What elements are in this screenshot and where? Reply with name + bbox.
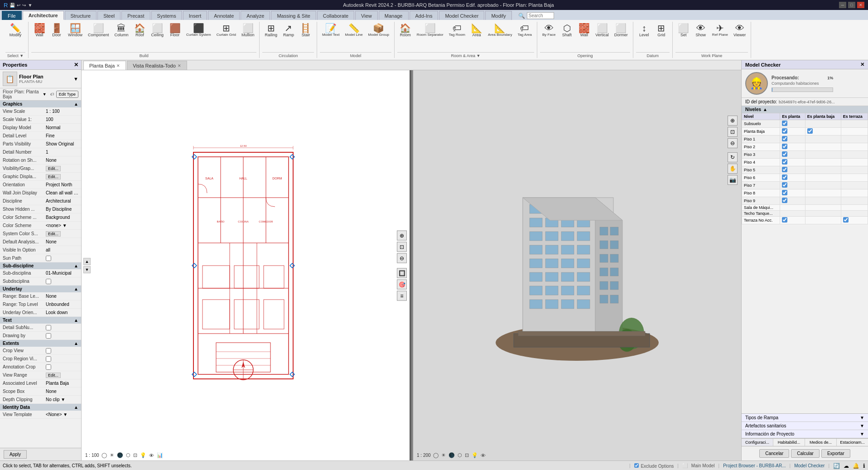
extents-section-header[interactable]: Extents ▲ — [0, 340, 81, 347]
tab-planta-baja[interactable]: Planta Baja ✕ — [83, 61, 126, 70]
model-checker-status-btn[interactable]: Model Checker — [794, 463, 825, 468]
tab-massing[interactable]: Massing & Site — [271, 11, 316, 20]
tab-file[interactable]: File — [2, 11, 22, 20]
system-color-btn[interactable]: Edit... — [46, 231, 61, 237]
search-input[interactable] — [527, 12, 554, 19]
type-dropdown-arrow[interactable]: ▼ — [73, 76, 78, 82]
exclude-options-check[interactable] — [634, 463, 639, 468]
component-btn[interactable]: ⬜ Component — [86, 22, 111, 39]
mc-tab-config[interactable]: Configuraci... — [742, 439, 773, 446]
apply-btn[interactable]: Apply — [4, 450, 27, 459]
planta-baja-close[interactable]: ✕ — [116, 63, 120, 68]
zoom-fit-btn[interactable]: ⊡ — [397, 242, 407, 252]
analysis-btn[interactable]: 📊 — [156, 452, 164, 459]
mc-exportar-btn[interactable]: Exportar — [821, 449, 850, 458]
view-cube-btn[interactable]: 🔲 — [397, 268, 407, 278]
roof-btn[interactable]: 🏠 Roof — [132, 22, 148, 39]
door-btn[interactable]: 🚪 Door — [48, 22, 65, 39]
3d-detail-level-btn[interactable]: ◯ — [433, 452, 439, 459]
annotation-crop-check[interactable] — [46, 364, 51, 370]
3d-shadows-btn[interactable]: 🌑 — [448, 452, 455, 459]
minimize-btn[interactable]: ─ — [839, 2, 846, 8]
identity-section-header[interactable]: Identity Data ▲ — [0, 404, 81, 411]
qa-redo[interactable]: ↪ — [22, 3, 26, 8]
3d-pan[interactable]: ✋ — [728, 164, 738, 174]
crop-btn[interactable]: ⊡ — [133, 452, 138, 459]
steering-wheel-btn[interactable]: 🎯 — [397, 279, 407, 289]
tab-modelchecker[interactable]: Model Checker — [439, 11, 484, 20]
tag-area-btn[interactable]: 🏷 Tag Area — [515, 22, 534, 39]
view-template-val[interactable]: <None> ▼ — [46, 412, 78, 417]
mc-close[interactable]: ✕ — [860, 62, 864, 68]
3d-zoom-out[interactable]: ⊖ — [728, 138, 738, 148]
zoom-out-btn[interactable]: ⊖ — [397, 253, 407, 263]
bell-icon[interactable]: 🔔 — [853, 463, 859, 469]
window-btn[interactable]: 🪟 Window — [66, 22, 85, 39]
room-btn[interactable]: 🏠 Room — [397, 22, 414, 39]
curtain-grid-btn[interactable]: ⊞ Curtain Grid — [214, 22, 238, 39]
ref-plane-btn[interactable]: ✈ Ref Plane — [710, 22, 730, 39]
show-btn[interactable]: 👁 Show — [693, 22, 709, 39]
floor-btn[interactable]: 🟫 Floor — [167, 22, 183, 39]
3d-view-area[interactable] — [413, 70, 741, 460]
3d-orbit[interactable]: ↻ — [728, 152, 738, 162]
edit-type-btn[interactable]: Edit Type — [56, 91, 78, 98]
3d-hidden-btn[interactable]: 💡 — [471, 452, 478, 459]
underlay-section-header[interactable]: Underlay ▲ — [0, 286, 81, 292]
show-edges-btn[interactable]: ⬡ — [125, 452, 131, 459]
ramp-btn[interactable]: ↗ Ramp — [280, 22, 297, 39]
floor-plan-dropdown[interactable]: ▼ — [43, 92, 47, 97]
tab-insert[interactable]: Insert — [183, 11, 207, 20]
curtain-system-btn[interactable]: ⬛ Curtain System — [184, 22, 213, 39]
tab-steel[interactable]: Steel — [97, 11, 121, 20]
tab-view[interactable]: View — [355, 11, 378, 20]
stair-btn[interactable]: 🪜 Stair — [298, 22, 314, 39]
ceiling-btn[interactable]: ⬜ Ceiling — [149, 22, 166, 39]
tab-analyze[interactable]: Analyze — [241, 11, 270, 20]
tab-systems[interactable]: Systems — [151, 11, 182, 20]
subdiscipline-section-header[interactable]: Sub-discipline ▲ — [0, 262, 81, 269]
tab-collaborate[interactable]: Collaborate — [317, 11, 354, 20]
crop-region-check[interactable] — [46, 356, 51, 362]
3d-camera[interactable]: 📷 — [728, 175, 738, 185]
reveal-hidden-btn[interactable]: 💡 — [140, 452, 147, 459]
3d-graphics-btn[interactable]: ☀ — [441, 452, 446, 459]
mc-calcular-btn[interactable]: Calcular — [791, 449, 820, 458]
depth-clipping-val[interactable]: No clip ▼ — [46, 397, 78, 402]
tab-modify[interactable]: Modify — [485, 11, 511, 20]
mc-artefactos-header[interactable]: Artefactos sanitarios ▼ — [742, 422, 868, 430]
qa-more[interactable]: ▼ — [28, 3, 32, 8]
tab-architecture[interactable]: Architecture — [23, 11, 64, 20]
project-browser-btn[interactable]: Project Browser - BURBII-AR... — [723, 463, 786, 468]
shaft-btn[interactable]: ⬡ Shaft — [559, 22, 575, 39]
column-btn[interactable]: 🏛 Column — [112, 22, 131, 39]
app-icon[interactable]: R — [4, 2, 8, 9]
mc-niveles-header[interactable]: Niveles ▲ — [742, 106, 868, 113]
model-graphics-btn[interactable]: ☀ — [109, 452, 115, 459]
detail-level-btn[interactable]: ◯ — [101, 452, 107, 459]
viewer-btn[interactable]: 👁 Viewer — [731, 22, 748, 39]
view-scale-input[interactable] — [46, 109, 78, 114]
nav-down-btn[interactable]: ▼ — [83, 266, 91, 273]
info-icon[interactable]: ℹ — [863, 463, 865, 469]
detail-subnum-check[interactable] — [46, 325, 51, 330]
shadows-btn[interactable]: 🌑 — [116, 452, 124, 459]
model-text-btn[interactable]: 📝 Model Text — [320, 22, 342, 39]
vertical-btn[interactable]: ⬜ Vertical — [593, 22, 611, 39]
color-scheme-val[interactable]: <none> ▼ — [46, 223, 78, 228]
modify-btn[interactable]: ✏️ Modify — [5, 22, 25, 39]
temp-hide-btn[interactable]: 👁 — [149, 452, 154, 459]
mc-tab-estacionam[interactable]: Estacionam... — [837, 439, 868, 446]
thin-lines-btn[interactable]: ≡ — [397, 291, 407, 300]
wall-opening-btn[interactable]: 🧱 Wall — [576, 22, 592, 39]
area-btn[interactable]: 📐 Area — [468, 22, 485, 39]
tab-precast[interactable]: Precast — [121, 11, 150, 20]
tab-vista-realista[interactable]: Vista Realista-Todo ✕ — [127, 61, 187, 70]
subdisciplina-check[interactable] — [46, 279, 51, 284]
nav-up-btn[interactable]: ▲ — [83, 258, 91, 265]
tab-annotate[interactable]: Annotate — [208, 11, 240, 20]
mc-cancel-btn[interactable]: Cancelar — [759, 449, 789, 458]
grid-btn[interactable]: ⊞ Grid — [653, 22, 670, 39]
view-range-btn[interactable]: Edit... — [46, 373, 61, 378]
vista-realista-close[interactable]: ✕ — [178, 63, 181, 68]
